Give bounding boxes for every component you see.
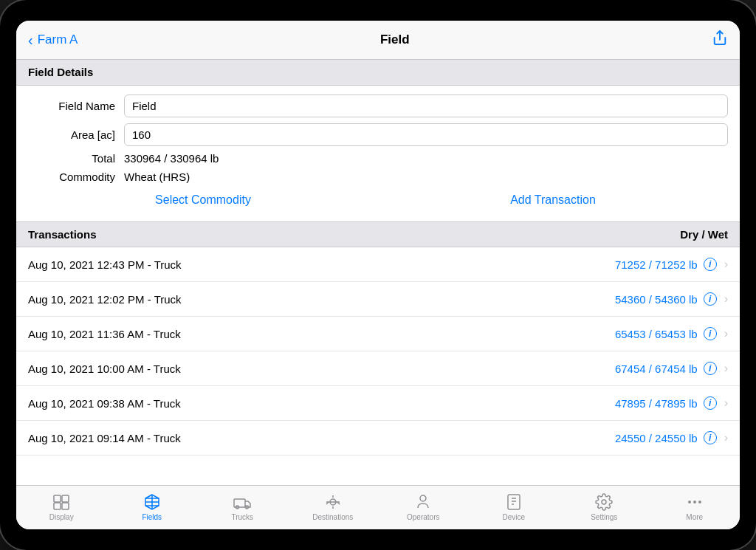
table-row[interactable]: Aug 10, 2021 09:14 AM - Truck 24550 / 24… [16, 421, 740, 456]
operators-icon [414, 493, 432, 511]
svg-rect-3 [54, 503, 61, 509]
tab-display-label: Display [49, 513, 74, 521]
tab-more[interactable]: More [650, 493, 740, 521]
svg-point-15 [688, 501, 691, 503]
svg-point-9 [420, 495, 426, 501]
row-right: 24550 / 24550 lb i › [615, 431, 728, 444]
row-right: 47895 / 47895 lb i › [615, 396, 728, 410]
commodity-value: Wheat (HRS) [124, 171, 190, 183]
transactions-table: Transactions Dry / Wet Aug 10, 2021 12:4… [16, 222, 740, 485]
device-frame: ‹ Farm A Field Field Details Field Name [0, 0, 756, 550]
tab-more-label: More [686, 513, 703, 521]
page-title: Field [380, 32, 410, 47]
total-row: Total 330964 / 330964 lb [28, 152, 728, 165]
table-row[interactable]: Aug 10, 2021 10:00 AM - Truck 67454 / 67… [16, 351, 740, 386]
row-right: 71252 / 71252 lb i › [615, 258, 728, 271]
tab-display[interactable]: Display [16, 493, 107, 521]
table-row[interactable]: Aug 10, 2021 12:02 PM - Truck 54360 / 54… [16, 282, 740, 317]
total-value: 330964 / 330964 lb [124, 152, 219, 165]
screen: ‹ Farm A Field Field Details Field Name [16, 21, 740, 529]
field-details-section-header: Field Details [16, 60, 740, 86]
transaction-value: 54360 / 54360 lb [615, 293, 698, 306]
fields-icon [143, 493, 161, 511]
field-name-input[interactable] [124, 94, 728, 117]
dry-wet-header-label: Dry / Wet [680, 228, 728, 241]
commodity-row: Commodity Wheat (HRS) [28, 171, 728, 183]
tab-operators[interactable]: Operators [378, 493, 469, 521]
field-name-row: Field Name [28, 94, 728, 117]
total-label: Total [28, 152, 124, 165]
field-name-label: Field Name [28, 100, 124, 112]
more-icon [686, 493, 704, 511]
chevron-right-icon: › [724, 431, 728, 444]
row-right: 67454 / 67454 lb i › [615, 362, 728, 375]
transaction-label: Aug 10, 2021 11:36 AM - Truck [28, 328, 181, 340]
row-right: 54360 / 54360 lb i › [615, 292, 728, 306]
tab-operators-label: Operators [407, 513, 439, 521]
chevron-right-icon: › [724, 258, 728, 271]
settings-icon [595, 493, 613, 511]
display-icon [52, 493, 70, 511]
area-input[interactable] [124, 123, 728, 146]
info-icon[interactable]: i [704, 258, 717, 271]
destinations-icon [324, 493, 342, 511]
tab-destinations-label: Destinations [312, 513, 353, 521]
svg-rect-2 [62, 495, 69, 502]
transaction-value: 71252 / 71252 lb [615, 258, 698, 271]
svg-point-16 [693, 501, 696, 503]
table-row[interactable]: Aug 10, 2021 09:38 AM - Truck 47895 / 47… [16, 386, 740, 421]
transaction-value: 47895 / 47895 lb [615, 397, 698, 410]
info-icon[interactable]: i [704, 431, 717, 444]
tab-bar: Display Fields [16, 485, 740, 529]
field-details-panel: Field Name Area [ac] Total 330964 / 3309… [16, 86, 740, 222]
tab-settings[interactable]: Settings [559, 493, 650, 521]
tab-device[interactable]: Device [469, 493, 560, 521]
chevron-right-icon: › [724, 396, 728, 410]
navigation-bar: ‹ Farm A Field [16, 21, 740, 60]
transaction-label: Aug 10, 2021 12:02 PM - Truck [28, 293, 182, 306]
commodity-label: Commodity [28, 171, 124, 183]
tab-destinations[interactable]: Destinations [288, 493, 379, 521]
add-transaction-button[interactable]: Add Transaction [378, 190, 728, 210]
transactions-table-header: Transactions Dry / Wet [16, 222, 740, 247]
transactions-header-label: Transactions [28, 228, 97, 241]
info-icon[interactable]: i [704, 292, 717, 306]
area-row: Area [ac] [28, 123, 728, 146]
actions-row: Select Commodity Add Transaction [28, 190, 728, 213]
back-label: Farm A [38, 32, 78, 47]
info-icon[interactable]: i [704, 327, 717, 340]
trucks-icon [233, 493, 251, 511]
svg-rect-10 [508, 495, 520, 509]
table-row[interactable]: Aug 10, 2021 12:43 PM - Truck 71252 / 71… [16, 247, 740, 282]
tab-fields[interactable]: Fields [107, 493, 198, 521]
tab-trucks[interactable]: Trucks [197, 493, 288, 521]
share-button[interactable] [712, 30, 728, 50]
table-row[interactable]: Aug 10, 2021 11:36 AM - Truck 65453 / 65… [16, 317, 740, 351]
tab-trucks-label: Trucks [231, 513, 253, 521]
transaction-label: Aug 10, 2021 10:00 AM - Truck [28, 362, 181, 375]
share-icon [712, 30, 728, 46]
tab-fields-label: Fields [142, 513, 162, 521]
info-icon[interactable]: i [704, 362, 717, 375]
transaction-value: 24550 / 24550 lb [615, 432, 698, 444]
area-label: Area [ac] [28, 128, 124, 141]
svg-rect-1 [54, 495, 61, 502]
svg-rect-5 [234, 499, 245, 507]
chevron-left-icon: ‹ [28, 32, 33, 47]
tab-device-label: Device [502, 513, 525, 521]
transaction-label: Aug 10, 2021 12:43 PM - Truck [28, 258, 182, 271]
device-icon [505, 493, 523, 511]
row-right: 65453 / 65453 lb i › [615, 327, 728, 340]
chevron-right-icon: › [724, 292, 728, 306]
svg-point-17 [698, 501, 701, 503]
transaction-value: 65453 / 65453 lb [615, 328, 698, 340]
select-commodity-button[interactable]: Select Commodity [28, 190, 378, 210]
svg-rect-4 [62, 503, 69, 509]
tab-settings-label: Settings [591, 513, 617, 521]
transaction-label: Aug 10, 2021 09:38 AM - Truck [28, 397, 181, 410]
svg-point-14 [602, 500, 606, 504]
transaction-value: 67454 / 67454 lb [615, 362, 698, 375]
field-details-label: Field Details [28, 66, 93, 78]
info-icon[interactable]: i [704, 396, 717, 410]
back-button[interactable]: ‹ Farm A [28, 32, 78, 47]
